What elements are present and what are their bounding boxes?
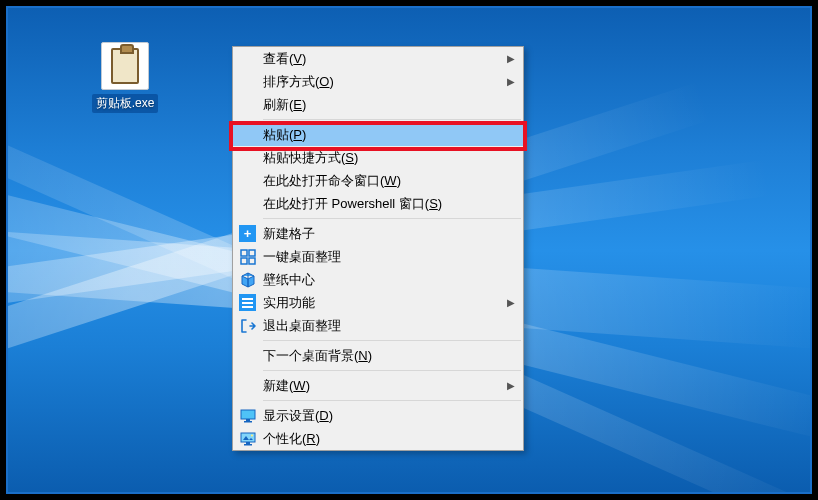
menu-label: 一键桌面整理	[263, 248, 341, 266]
menu-label: 在此处打开命令窗口(W)	[263, 172, 401, 190]
svg-point-8	[251, 434, 253, 436]
cube-icon	[239, 271, 256, 288]
menu-label: 新建(W)	[263, 377, 310, 395]
svg-rect-10	[244, 444, 252, 446]
menu-item-paste-shortcut[interactable]: 粘贴快捷方式(S)	[233, 146, 523, 169]
svg-rect-2	[241, 258, 247, 264]
exit-icon	[239, 317, 256, 334]
menu-item-utility[interactable]: 实用功能 ▶	[233, 291, 523, 314]
chevron-right-icon: ▶	[507, 76, 515, 87]
menu-separator	[263, 119, 521, 120]
svg-rect-6	[244, 421, 252, 423]
personalize-icon	[239, 430, 256, 447]
chevron-right-icon: ▶	[507, 297, 515, 308]
menu-label: 新建格子	[263, 225, 315, 243]
chevron-right-icon: ▶	[507, 380, 515, 391]
menu-item-new[interactable]: 新建(W) ▶	[233, 374, 523, 397]
desktop-icon-label: 剪贴板.exe	[92, 94, 159, 113]
menu-label: 在此处打开 Powershell 窗口(S)	[263, 195, 442, 213]
menu-label: 刷新(E)	[263, 96, 306, 114]
context-menu: 查看(V) ▶ 排序方式(O) ▶ 刷新(E) 粘贴(P) 粘贴快捷方式(S) …	[232, 46, 524, 451]
menu-separator	[263, 218, 521, 219]
menu-label: 排序方式(O)	[263, 73, 334, 91]
clipboard-icon	[101, 42, 149, 90]
menu-label: 退出桌面整理	[263, 317, 341, 335]
svg-rect-0	[241, 250, 247, 256]
svg-rect-7	[241, 433, 255, 442]
svg-rect-9	[246, 442, 250, 444]
menu-label: 实用功能	[263, 294, 315, 312]
menu-item-next-background[interactable]: 下一个桌面背景(N)	[233, 344, 523, 367]
menu-separator	[263, 340, 521, 341]
menu-label: 壁纸中心	[263, 271, 315, 289]
menu-item-personalize[interactable]: 个性化(R)	[233, 427, 523, 450]
menu-item-wallpaper-center[interactable]: 壁纸中心	[233, 268, 523, 291]
menu-label: 粘贴快捷方式(S)	[263, 149, 358, 167]
menu-item-new-grid[interactable]: + 新建格子	[233, 222, 523, 245]
menu-item-open-cmd[interactable]: 在此处打开命令窗口(W)	[233, 169, 523, 192]
list-icon	[239, 294, 256, 311]
menu-label: 下一个桌面背景(N)	[263, 347, 372, 365]
menu-separator	[263, 400, 521, 401]
menu-item-open-powershell[interactable]: 在此处打开 Powershell 窗口(S)	[233, 192, 523, 215]
menu-label: 粘贴(P)	[263, 126, 306, 144]
svg-rect-3	[249, 258, 255, 264]
menu-item-sort[interactable]: 排序方式(O) ▶	[233, 70, 523, 93]
menu-item-desktop-organize[interactable]: 一键桌面整理	[233, 245, 523, 268]
svg-rect-5	[246, 419, 250, 421]
menu-label: 显示设置(D)	[263, 407, 333, 425]
monitor-icon	[239, 407, 256, 424]
menu-item-display-settings[interactable]: 显示设置(D)	[233, 404, 523, 427]
menu-label: 查看(V)	[263, 50, 306, 68]
menu-item-exit-organize[interactable]: 退出桌面整理	[233, 314, 523, 337]
menu-item-refresh[interactable]: 刷新(E)	[233, 93, 523, 116]
desktop-frame: 剪贴板.exe 查看(V) ▶ 排序方式(O) ▶ 刷新(E) 粘贴(P) 粘贴…	[6, 6, 812, 494]
grid-icon	[239, 248, 256, 265]
svg-rect-1	[249, 250, 255, 256]
chevron-right-icon: ▶	[507, 53, 515, 64]
menu-separator	[263, 370, 521, 371]
menu-item-view[interactable]: 查看(V) ▶	[233, 47, 523, 70]
svg-rect-4	[241, 410, 255, 419]
plus-icon: +	[239, 225, 256, 242]
menu-label: 个性化(R)	[263, 430, 320, 448]
desktop-icon-clipboard[interactable]: 剪贴板.exe	[80, 42, 170, 113]
menu-item-paste[interactable]: 粘贴(P)	[233, 123, 523, 146]
